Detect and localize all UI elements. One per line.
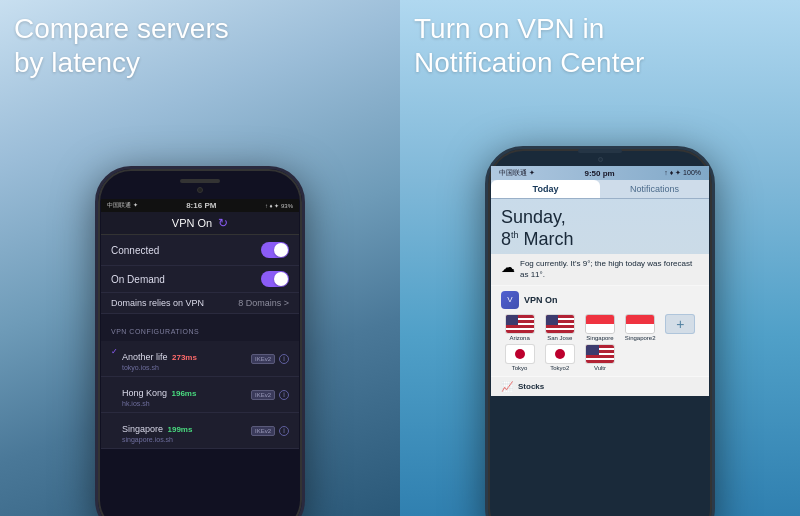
right-headline: Turn on VPN in Notification Center bbox=[414, 12, 644, 79]
config-name-1: Hong Kong bbox=[122, 388, 167, 398]
right-phone-speaker bbox=[578, 149, 622, 153]
left-status-bar: 中国联通 ✦ 8:16 PM ↑ ♦ ✦ 93% bbox=[101, 199, 299, 212]
flag-item-arizona[interactable]: Arizona bbox=[501, 314, 538, 341]
connected-toggle[interactable] bbox=[261, 242, 289, 258]
on-demand-row: On Demand bbox=[101, 266, 299, 293]
config-sub-2: singapore.ios.sh bbox=[122, 436, 192, 443]
config-name-block-0: Another life 273ms tokyo.ios.sh bbox=[122, 346, 197, 371]
config-name-block-1: Hong Kong 196ms hk.ios.sh bbox=[122, 382, 196, 407]
flag-label-singapore2: Singapore2 bbox=[625, 335, 656, 341]
config-latency-0: 273ms bbox=[172, 353, 197, 362]
domains-row[interactable]: Domains relies on VPN 8 Domains > bbox=[101, 293, 299, 314]
refresh-icon[interactable]: ↻ bbox=[218, 216, 228, 230]
flag-box-tokyo bbox=[505, 344, 535, 364]
flag-label-tokyo: Tokyo bbox=[512, 365, 528, 371]
config-left-0: ✓ Another life 273ms tokyo.ios.sh bbox=[111, 346, 197, 371]
jp-circle-tokyo bbox=[515, 349, 525, 359]
info-button-2[interactable]: i bbox=[279, 426, 289, 436]
flag-label-sanjose: San Jose bbox=[547, 335, 572, 341]
flag-box-vultr bbox=[585, 344, 615, 364]
config-name-row-1: Hong Kong 196ms bbox=[122, 382, 196, 400]
right-phone-top bbox=[488, 149, 712, 153]
flag-item-singapore[interactable]: Singapore bbox=[581, 314, 618, 341]
stocks-icon: 📈 bbox=[501, 381, 513, 392]
config-name-row-2: Singapore 199ms bbox=[122, 418, 192, 436]
flag-box-plus[interactable]: + bbox=[665, 314, 695, 334]
stocks-label: Stocks bbox=[518, 382, 544, 391]
config-name-0: Another life bbox=[122, 352, 168, 362]
config-sub-1: hk.ios.sh bbox=[122, 400, 196, 407]
vpn-widget[interactable]: V VPN On bbox=[491, 286, 709, 377]
flag-item-tokyo[interactable]: Tokyo bbox=[501, 344, 538, 371]
notification-date: Sunday, 8th March bbox=[491, 199, 709, 254]
weather-text: Fog currently. It's 9°; the high today w… bbox=[520, 259, 699, 280]
left-phone: 中国联通 ✦ 8:16 PM ↑ ♦ ✦ 93% VPN On ↻ Connec… bbox=[95, 166, 305, 516]
tab-today[interactable]: Today bbox=[491, 180, 600, 198]
weather-icon: ☁ bbox=[501, 259, 515, 275]
right-time: 9:50 pm bbox=[584, 169, 614, 178]
vpn-widget-label: VPN On bbox=[524, 295, 558, 305]
flag-item-singapore2[interactable]: Singapore2 bbox=[622, 314, 659, 341]
left-time: 8:16 PM bbox=[186, 201, 216, 210]
config-latency-2: 199ms bbox=[168, 425, 193, 434]
left-carrier: 中国联通 ✦ bbox=[107, 201, 138, 210]
on-demand-knob bbox=[274, 272, 288, 286]
domains-value: 8 Domains > bbox=[238, 298, 289, 308]
left-phone-screen: 中国联通 ✦ 8:16 PM ↑ ♦ ✦ 93% VPN On ↻ Connec… bbox=[101, 199, 299, 449]
flag-item-tokyo2[interactable]: Tokyo2 bbox=[541, 344, 578, 371]
config-left-1: ✓ Hong Kong 196ms hk.ios.sh bbox=[111, 382, 196, 407]
on-demand-label: On Demand bbox=[111, 274, 165, 285]
on-demand-toggle[interactable] bbox=[261, 271, 289, 287]
ikev2-badge-2: IKEv2 bbox=[251, 426, 275, 436]
config-left-2: ✓ Singapore 199ms singapore.ios.sh bbox=[111, 418, 192, 443]
config-latency-1: 196ms bbox=[172, 389, 197, 398]
flag-box-arizona bbox=[505, 314, 535, 334]
config-right-2: IKEv2 i bbox=[251, 426, 289, 436]
flag-label-singapore: Singapore bbox=[586, 335, 613, 341]
vpn-widget-icon: V bbox=[501, 291, 519, 309]
config-check-0: ✓ bbox=[111, 347, 118, 356]
flag-label-arizona: Arizona bbox=[509, 335, 529, 341]
vpn-config-header: VPN CONFIGURATIONS bbox=[101, 314, 299, 341]
flag-box-tokyo2 bbox=[545, 344, 575, 364]
config-name-block-2: Singapore 199ms singapore.ios.sh bbox=[122, 418, 192, 443]
ikev2-badge-0: IKEv2 bbox=[251, 354, 275, 364]
stocks-bar: 📈 Stocks bbox=[491, 377, 709, 396]
right-status-icons: ↑ ♦ ✦ 100% bbox=[664, 169, 701, 177]
flag-grid: Arizona bbox=[501, 314, 699, 371]
left-headline: Compare servers by latency bbox=[14, 12, 229, 79]
flag-box-sanjose bbox=[545, 314, 575, 334]
left-phone-camera bbox=[197, 187, 203, 193]
flag-item-plus[interactable]: + bbox=[662, 314, 699, 341]
right-camera-dot bbox=[598, 157, 603, 162]
vpn-widget-header: V VPN On bbox=[501, 291, 699, 309]
info-button-0[interactable]: i bbox=[279, 354, 289, 364]
flag-box-singapore2 bbox=[625, 314, 655, 334]
config-item-1[interactable]: ✓ Hong Kong 196ms hk.ios.sh IKEv2 i bbox=[101, 377, 299, 413]
config-right-0: IKEv2 i bbox=[251, 354, 289, 364]
right-phone-screen: 中国联通 ✦ 9:50 pm ↑ ♦ ✦ 100% Today Notifica… bbox=[491, 166, 709, 396]
config-name-row-0: Another life 273ms bbox=[122, 346, 197, 364]
flag-item-sanjose[interactable]: San Jose bbox=[541, 314, 578, 341]
config-item-0[interactable]: ✓ Another life 273ms tokyo.ios.sh IKEv2 … bbox=[101, 341, 299, 377]
right-phone: 中国联通 ✦ 9:50 pm ↑ ♦ ✦ 100% Today Notifica… bbox=[485, 146, 715, 516]
config-item-2[interactable]: ✓ Singapore 199ms singapore.ios.sh IKEv2… bbox=[101, 413, 299, 449]
right-headline-text: Turn on VPN in Notification Center bbox=[414, 12, 644, 79]
right-panel: Turn on VPN in Notification Center 中国联通 … bbox=[400, 0, 800, 516]
info-button-1[interactable]: i bbox=[279, 390, 289, 400]
left-headline-line1: Compare servers by latency bbox=[14, 12, 229, 79]
config-name-2: Singapore bbox=[122, 424, 163, 434]
left-vpn-header: VPN On ↻ bbox=[101, 212, 299, 235]
right-carrier: 中国联通 ✦ bbox=[499, 168, 535, 178]
left-phone-speaker bbox=[180, 179, 220, 183]
right-camera-row bbox=[488, 157, 712, 162]
left-status-icons: ↑ ♦ ✦ 93% bbox=[265, 202, 293, 209]
tab-notifications[interactable]: Notifications bbox=[600, 180, 709, 198]
connected-label: Connected bbox=[111, 245, 159, 256]
config-sub-0: tokyo.ios.sh bbox=[122, 364, 197, 371]
left-vpn-title: VPN On bbox=[172, 217, 212, 229]
date-text: Sunday, 8th March bbox=[501, 207, 699, 250]
flag-item-vultr[interactable]: Vultr bbox=[581, 344, 618, 371]
toggle-knob bbox=[274, 243, 288, 257]
connected-row: Connected bbox=[101, 235, 299, 266]
